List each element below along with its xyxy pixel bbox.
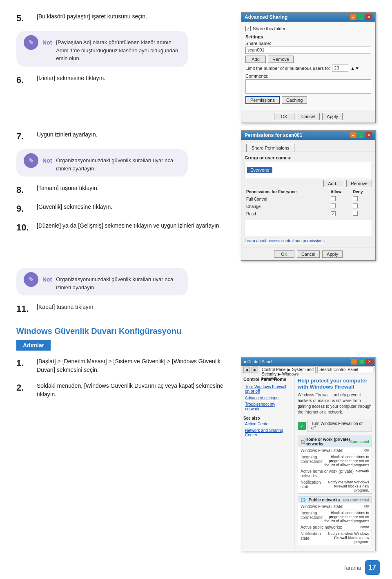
steps-label: Adımlar [16,340,51,351]
action-center-item[interactable]: Action Center [243,421,292,427]
limit-row: Limit the number of simultaneous users t… [245,65,371,72]
dialog2-apply-btn[interactable]: Apply [322,250,343,258]
read-allow[interactable]: ✓ [331,211,336,216]
new-step-2-content: Soldaki menüden, [Windows Güvenlik Duvar… [37,382,233,399]
firewall-title: ■ Control Panel [244,360,272,364]
turnoff-row: ✓ Turn Windows Firewall on or off [298,418,372,433]
dialog2-max-btn[interactable]: □ [358,132,364,138]
home-state-label: Windows Firewall state: [301,448,343,453]
dialog2-close-btn[interactable]: ✕ [365,132,372,138]
share-folder-row: ✓ Share this folder [245,26,371,31]
perm-add-btn[interactable]: Add... [323,180,344,187]
active-home-row: Active home or work (private) networks: … [298,468,372,479]
adv-settings-sidebar-item[interactable]: Advanced settings [243,395,292,401]
perm-remove-btn[interactable]: Remove [346,180,372,187]
firewall-address[interactable]: Control Panel ▶ System and Security ▶ Wi… [260,367,316,373]
comments-label: Comments: [245,74,371,78]
perm-header: Permissions for Everyone [245,189,329,195]
remove-btn[interactable]: Remove [268,56,294,63]
public-network-icon: 🌐 [301,498,305,502]
public-network-block: 🌐 Public networks Not Connected Windows … [298,496,372,545]
sidebar-home-label: Control Panel Home [243,377,292,382]
step-10-num: 10. [16,222,37,233]
dialog1-footer: OK Cancel Apply [241,110,375,123]
firewall-main: Help protect your computer with Windows … [294,374,375,551]
note-1-box: ✎ Not [Paylaşılan Ad] olarak görüntülene… [16,31,188,67]
network-sharing-item[interactable]: Network and Sharing Center [243,427,292,438]
change-allow[interactable] [331,203,336,208]
group-label: Group or user names: [245,155,372,160]
share-folder-checkbox[interactable]: ✓ [245,26,251,31]
dialog2-min-btn[interactable]: – [350,132,356,138]
caching-btn[interactable]: Caching [282,96,307,104]
dialog1-min-btn[interactable]: – [350,14,356,20]
public-network-label: Public networks [309,498,340,502]
pub-incoming-val: Block all connections to programs that a… [323,511,369,523]
dialog1-title: Advanced Sharing [245,14,287,20]
new-step-2-num: 2. [16,382,37,393]
firewall-close-btn[interactable]: ✕ [366,359,373,364]
add-btn[interactable]: Add [245,56,266,63]
firewall-forward-btn[interactable]: ▶ [252,367,258,373]
firewall-col: ■ Control Panel – □ ✕ ◀ ▶ Control Panel … [241,357,376,551]
perm-caching-row: Permissions Caching [245,96,371,104]
perm-link[interactable]: Learn about access control and permissio… [245,239,372,243]
active-home-val: Network [356,469,369,478]
firewall-address-bar: ◀ ▶ Control Panel ▶ System and Security … [241,366,375,374]
read-deny[interactable] [353,211,358,216]
everyone-item[interactable]: Everyone [247,167,272,173]
firewall-min-btn[interactable]: – [351,359,357,364]
step-9-num: 9. [16,203,37,214]
dialog2-cancel-btn[interactable]: Cancel [297,250,320,258]
perm-add-remove-row: Add... Remove [245,180,372,187]
firewall-max-btn[interactable]: □ [359,359,365,364]
notification-val: Notify me when Windows Firewall blocks a… [321,480,369,492]
firewall-controls: – □ ✕ [351,359,373,364]
troubleshoot-sidebar-item[interactable]: Troubleshoot my network [243,401,292,412]
firewall-back-btn[interactable]: ◀ [243,367,250,373]
firewall-titlebar: ■ Control Panel – □ ✕ [241,358,375,366]
dialog2-ok-btn[interactable]: OK [274,250,294,258]
share-name-input[interactable]: scan001 [245,47,371,54]
fullcontrol-allow[interactable] [331,196,336,201]
pub-incoming-label: Incoming connections: [301,511,323,523]
step-5-num: 5. [16,13,37,24]
new-step-2-row: 2. Soldaki menüden, [Windows Güvenlik Du… [16,382,233,399]
pub-active-val: None [360,525,369,530]
share-permissions-tab[interactable]: Share Permissions [246,144,294,152]
firewall-search[interactable]: Search Control Panel [317,367,373,373]
step-5-content: [Bu klasörü paylaştır] işaret kutusunu s… [37,12,233,21]
dialog2-title: Permissions for scan001 [245,132,302,138]
dialog1-cancel-btn[interactable]: Cancel [297,113,320,120]
dialog1-max-btn[interactable]: □ [358,14,364,20]
steps-7-10-left: 7. Uygun izinleri ayarlayın. ✎ Not Organ… [16,130,233,261]
comments-textarea[interactable] [245,79,371,94]
section-steps-5-6: 5. [Bu klasörü paylaştır] işaret kutusun… [16,12,376,123]
home-state-val: On [364,448,369,453]
note-2-box: ✎ Not Organizasyonunuzdaki güvenlik kura… [16,149,188,177]
section-new-steps: 1. [Başlat] > [Denetim Masası] > [Sistem… [16,357,376,551]
change-row: Change [245,203,372,210]
dialog1-ok-btn[interactable]: OK [274,113,294,120]
turnoff-btn[interactable]: Turn Windows Firewall on or off [307,420,372,432]
dialog1-close-btn[interactable]: ✕ [365,14,372,20]
user-list: Everyone [245,162,372,178]
note-3-label: Not [42,272,52,287]
fullcontrol-label: Full Control [245,195,329,203]
limit-input[interactable]: 20 [332,65,348,72]
perm-table: Permissions for Everyone Allow Deny Full… [245,189,372,217]
dialog1-apply-btn[interactable]: Apply [322,113,343,120]
steps-col-left: 5. [Bu klasörü paylaştır] işaret kutusun… [16,12,233,123]
section-title: Windows Güvenlik Duvarı Konfigürasyonu [16,326,376,336]
see-also-label: See also [243,416,292,420]
footer-text: Tarama [343,565,361,571]
change-deny[interactable] [353,203,358,208]
permissions-btn[interactable]: Permissions [245,96,280,104]
fullcontrol-deny[interactable] [353,196,358,201]
step-8-content: [Tamam] tuşuna tıklayın. [37,184,233,192]
read-row: Read ✓ [245,210,372,217]
turnoff-sidebar-item[interactable]: Turn Windows Firewall on or off [243,384,292,394]
home-network-icon: 🏠 [301,440,305,444]
perm-spacer [245,220,372,236]
notification-row: Notification state: Notify me when Windo… [298,479,372,493]
